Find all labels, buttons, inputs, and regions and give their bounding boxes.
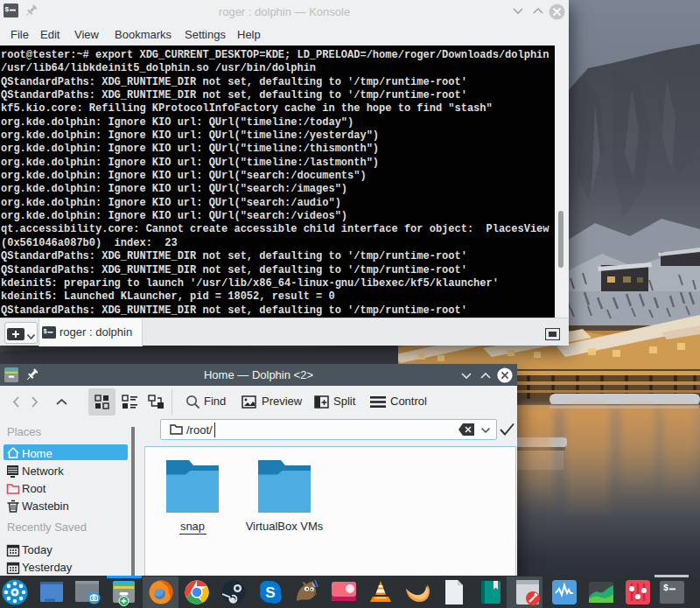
svg-text:$: $ (663, 584, 668, 593)
svg-text:S: S (265, 584, 275, 601)
svg-text:$: $ (44, 328, 47, 335)
